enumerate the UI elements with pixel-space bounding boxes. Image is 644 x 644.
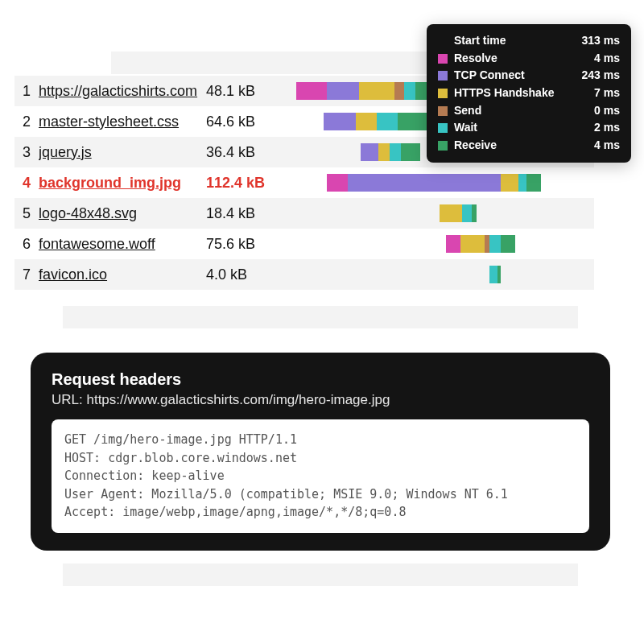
request-url-link[interactable]: logo-48x48.svg bbox=[39, 205, 206, 222]
timing-bar[interactable] bbox=[440, 204, 477, 222]
legend-row: Wait2 ms bbox=[438, 119, 620, 137]
legend-label: Start time bbox=[454, 32, 506, 50]
tcp-swatch-icon bbox=[438, 71, 448, 80]
https-segment bbox=[501, 174, 518, 192]
timing-bar[interactable] bbox=[446, 235, 515, 253]
row-number: 7 bbox=[14, 266, 31, 283]
send-segment bbox=[394, 82, 404, 100]
row-number: 3 bbox=[14, 144, 31, 161]
resolve-segment bbox=[327, 174, 348, 192]
request-size: 112.4 kB bbox=[206, 175, 295, 192]
wait-segment bbox=[404, 82, 415, 100]
https-segment bbox=[460, 235, 485, 253]
background-stripe bbox=[63, 564, 578, 586]
row-number: 1 bbox=[14, 83, 31, 100]
legend-value: 2 ms bbox=[594, 119, 620, 137]
waterfall-page: { "colors": { "resolve":"#d946b0","tcp":… bbox=[0, 0, 644, 644]
recv-segment bbox=[472, 204, 477, 222]
background-stripe bbox=[63, 306, 578, 328]
request-url-link[interactable]: fontawesome.woff bbox=[39, 236, 206, 253]
request-url-link[interactable]: https://galacticshirts.com bbox=[39, 83, 206, 100]
tcp-segment bbox=[348, 174, 501, 192]
timing-track bbox=[295, 204, 594, 222]
row-number: 2 bbox=[14, 114, 31, 130]
legend-label: Send bbox=[454, 102, 481, 120]
request-row[interactable]: 4background_img.jpg112.4 kB bbox=[14, 167, 594, 198]
timing-bar[interactable] bbox=[361, 143, 420, 161]
wait-segment bbox=[489, 266, 497, 283]
request-size: 64.6 kB bbox=[206, 114, 295, 130]
timing-track bbox=[295, 266, 594, 283]
legend-label: HTTPS Handshake bbox=[454, 85, 554, 102]
request-url-link[interactable]: background_img.jpg bbox=[39, 175, 206, 192]
legend-label: Wait bbox=[454, 119, 477, 137]
recv-segment bbox=[501, 235, 515, 253]
wait-segment bbox=[462, 204, 472, 222]
legend-value: 4 ms bbox=[594, 137, 620, 155]
timing-bar[interactable] bbox=[489, 266, 501, 283]
request-url-link[interactable]: jquery.js bbox=[39, 144, 206, 161]
row-number: 4 bbox=[14, 175, 31, 192]
legend-value: 243 ms bbox=[582, 67, 620, 85]
legend-value: 0 ms bbox=[594, 102, 620, 120]
request-row[interactable]: 6fontawesome.woff75.6 kB bbox=[14, 229, 594, 259]
legend-row: Receive4 ms bbox=[438, 137, 620, 155]
request-row[interactable]: 5logo-48x48.svg18.4 kB bbox=[14, 198, 594, 229]
row-number: 5 bbox=[14, 205, 31, 222]
timing-legend: Start time313 msResolve4 msTCP Connect24… bbox=[427, 24, 631, 163]
wait-segment bbox=[377, 113, 398, 130]
request-url-link[interactable]: favicon.ico bbox=[39, 266, 206, 283]
https-segment bbox=[440, 204, 462, 222]
legend-value: 4 ms bbox=[594, 50, 620, 68]
request-size: 4.0 kB bbox=[206, 266, 295, 283]
request-size: 18.4 kB bbox=[206, 205, 295, 222]
request-url-link[interactable]: master-stylesheet.css bbox=[39, 114, 206, 130]
resolve-segment bbox=[446, 235, 460, 253]
wait-segment bbox=[390, 143, 401, 161]
headers-body[interactable]: GET /img/hero-image.jpg HTTP/1.1 HOST: c… bbox=[52, 419, 589, 533]
https-segment bbox=[356, 113, 377, 130]
legend-label: TCP Connect bbox=[454, 67, 525, 85]
wait-segment bbox=[518, 174, 526, 192]
timing-bar[interactable] bbox=[327, 174, 541, 192]
legend-value: 7 ms bbox=[594, 85, 620, 102]
legend-row: Send0 ms bbox=[438, 102, 620, 120]
legend-value: 313 ms bbox=[582, 32, 620, 50]
wait-segment bbox=[489, 235, 501, 253]
legend-row: Resolve4 ms bbox=[438, 50, 620, 68]
request-size: 48.1 kB bbox=[206, 83, 295, 100]
https-segment bbox=[359, 82, 394, 100]
tcp-segment bbox=[361, 143, 378, 161]
request-size: 36.4 kB bbox=[206, 144, 295, 161]
request-headers-panel: Request headers URL: https://www.galacti… bbox=[31, 353, 610, 551]
resolve-segment bbox=[296, 82, 327, 100]
panel-title: Request headers bbox=[52, 370, 589, 389]
row-number: 6 bbox=[14, 236, 31, 253]
tcp-segment bbox=[327, 82, 359, 100]
recv-segment bbox=[526, 174, 541, 192]
send-swatch-icon bbox=[438, 106, 448, 116]
recv-segment bbox=[497, 266, 501, 283]
https-segment bbox=[378, 143, 390, 161]
legend-row: TCP Connect243 ms bbox=[438, 67, 620, 85]
timing-track bbox=[295, 174, 594, 192]
recv-swatch-icon bbox=[438, 141, 448, 151]
legend-label: Resolve bbox=[454, 50, 497, 68]
panel-subtitle: URL: https://www.galacticshirts.com/img/… bbox=[52, 392, 589, 408]
resolve-swatch-icon bbox=[438, 54, 448, 64]
legend-label: Receive bbox=[454, 137, 497, 155]
timing-bar[interactable] bbox=[324, 113, 436, 130]
tcp-segment bbox=[324, 113, 356, 130]
timing-track bbox=[295, 235, 594, 253]
legend-row: HTTPS Handshake7 ms bbox=[438, 85, 620, 102]
https-swatch-icon bbox=[438, 89, 448, 98]
wait-swatch-icon bbox=[438, 123, 448, 133]
legend-row: Start time313 ms bbox=[438, 32, 620, 50]
recv-segment bbox=[401, 143, 420, 161]
request-size: 75.6 kB bbox=[206, 236, 295, 253]
request-row[interactable]: 7favicon.ico4.0 kB bbox=[14, 259, 594, 290]
